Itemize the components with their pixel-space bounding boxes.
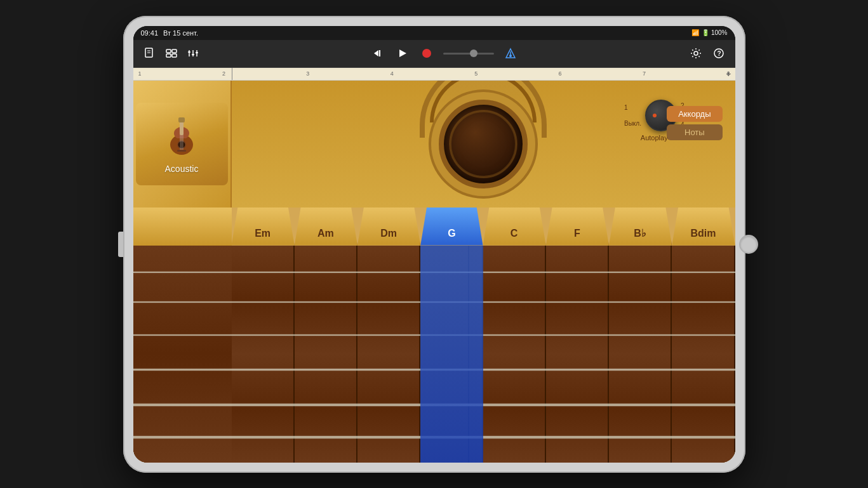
chord-row-spacer [133,208,232,246]
fret-dividers [232,246,735,463]
knob-dot [653,114,657,117]
svg-rect-11 [192,54,194,55]
svg-point-20 [694,51,698,55]
fretboard-inner [133,246,735,463]
metronome-button[interactable] [503,46,518,61]
timeline-cursor [232,68,232,80]
toolbar-center [208,46,681,61]
main-content: Acoustic [133,81,735,463]
svg-point-19 [509,55,512,57]
toolbar-right: ? [688,46,726,61]
ipad-screen: 09:41 Вт 15 сент. 📶 🔋 100% [133,26,735,463]
chord-f-button[interactable]: F [546,208,609,246]
fret-col-3 [357,246,420,463]
fret-col-7 [609,246,672,463]
ipad-frame: 09:41 Вт 15 сент. 📶 🔋 100% [123,16,745,473]
toolbar-left [142,46,201,61]
svg-rect-4 [172,49,177,53]
svg-rect-3 [166,49,171,53]
record-button[interactable] [419,46,434,61]
rewind-button[interactable] [371,46,386,61]
battery-display: 🔋 100% [702,29,727,36]
chord-g-button[interactable]: G [420,208,483,246]
fret-col-5 [483,246,546,463]
svg-rect-12 [196,52,198,53]
instrument-card: Acoustic [136,103,228,185]
side-button[interactable] [118,232,123,257]
chord-row: Em Am Dm G C F B♭ Bdim [133,208,735,246]
autoplay-off: Выкл. [624,120,641,127]
svg-rect-6 [172,54,177,57]
chord-notes-buttons: Аккорды Ноты [667,106,722,140]
instrument-thumbnail[interactable]: Acoustic [133,81,232,208]
help-button[interactable]: ? [711,46,726,61]
fret-col-1 [232,246,295,463]
fret-col-6 [546,246,609,463]
svg-rect-33 [177,150,186,152]
status-left: 09:41 Вт 15 сент. [141,29,198,37]
fretboard-left-panel [133,246,232,463]
wifi-icon: 📶 [691,29,699,36]
chord-em-button[interactable]: Em [232,208,295,246]
mixer-button[interactable] [185,46,201,61]
svg-marker-15 [399,49,406,57]
time-display: 09:41 [141,29,159,37]
svg-marker-13 [374,50,378,56]
play-button[interactable] [395,46,410,61]
chord-dm-button[interactable]: Dm [357,208,420,246]
home-button[interactable] [739,235,758,254]
fret-col-2 [295,246,357,463]
notes-mode-button[interactable]: Ноты [667,124,722,140]
svg-point-16 [422,49,431,58]
active-chord-overlay [420,246,483,463]
svg-rect-14 [379,50,380,56]
chord-am-button[interactable]: Am [295,208,357,246]
fretboard[interactable] [133,246,735,463]
status-bar: 09:41 Вт 15 сент. 📶 🔋 100% [133,26,735,40]
chord-c-button[interactable]: C [483,208,546,246]
svg-rect-5 [166,54,171,57]
instrument-name: Acoustic [165,164,199,174]
new-song-button[interactable] [142,46,157,61]
add-track-button[interactable]: + [726,69,731,79]
svg-text:?: ? [717,50,721,57]
guitar-top-section: Acoustic [133,81,735,208]
timeline-ruler: 1 2 3 4 5 6 7 8 [138,70,730,77]
date-display: Вт 15 сент. [163,29,198,37]
svg-rect-10 [188,51,190,53]
chord-bdim-button[interactable]: Bdim [672,208,735,246]
tracks-button[interactable] [164,46,179,61]
fret-col-8 [672,246,735,463]
autoplay-labels-left: 1 Выкл. [624,104,641,127]
guitar-center: 1 Выкл. 2 3 4 Autop [232,81,735,208]
guitar-icon [159,114,204,159]
chord-bb-button[interactable]: B♭ [609,208,672,246]
autoplay-label: Autoplay [641,134,668,142]
status-right: 📶 🔋 100% [691,29,727,36]
progress-bar[interactable] [443,53,494,55]
chords-mode-button[interactable]: Аккорды [667,106,722,122]
svg-rect-29 [178,117,185,122]
timeline-bar: 1 2 3 4 5 6 7 8 + [133,68,735,81]
soundhole [439,100,528,188]
toolbar: ? [133,40,735,68]
autoplay-pos1: 1 [624,104,641,111]
settings-button[interactable] [688,46,704,61]
